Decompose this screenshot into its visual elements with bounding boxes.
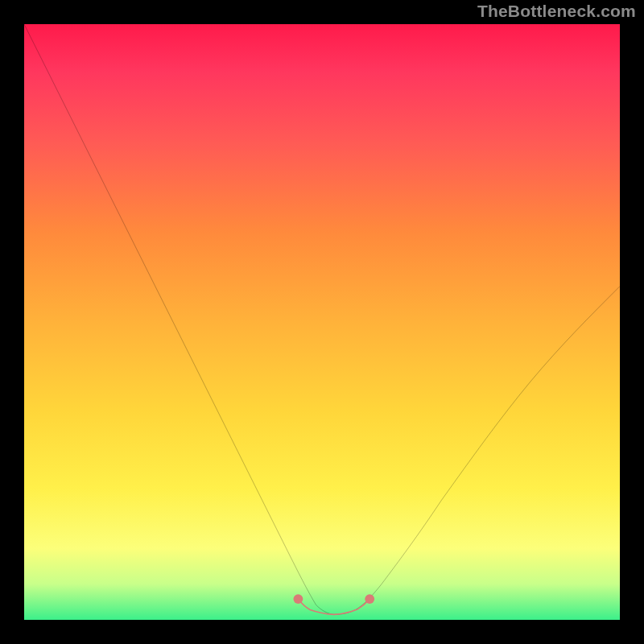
- optimal-band-marker: [298, 599, 369, 614]
- plot-area: [24, 24, 620, 620]
- bottleneck-curve: [24, 24, 620, 614]
- marker-dot-left: [293, 594, 303, 604]
- watermark-text: TheBottleneck.com: [477, 2, 636, 21]
- marker-dot-right: [365, 594, 374, 604]
- chart-frame: TheBottleneck.com: [0, 0, 644, 644]
- chart-svg: [24, 24, 620, 620]
